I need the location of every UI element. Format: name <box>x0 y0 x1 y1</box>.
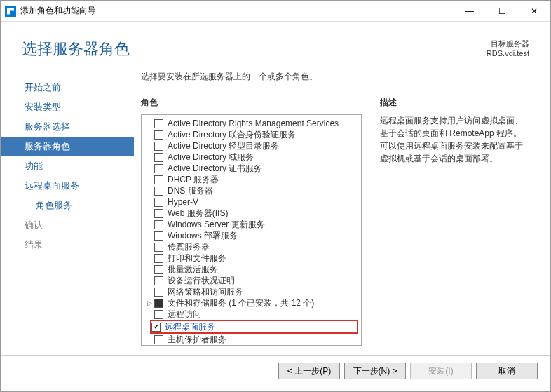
nav-item-2[interactable]: 服务器选择 <box>1 117 134 137</box>
role-checkbox[interactable] <box>154 310 163 319</box>
role-checkbox[interactable] <box>154 288 163 297</box>
role-checkbox[interactable] <box>154 130 163 140</box>
role-checkbox[interactable] <box>154 175 163 184</box>
role-row-1[interactable]: Active Directory 联合身份验证服务 <box>144 129 358 140</box>
role-row-10[interactable]: Windows 部署服务 <box>144 230 358 241</box>
role-label: Hyper-V <box>165 196 198 208</box>
role-checkbox[interactable] <box>154 119 163 128</box>
role-label: Web 服务器(IIS) <box>165 208 228 219</box>
role-label: Active Directory 证书服务 <box>165 163 262 174</box>
role-row-17[interactable]: 远程访问 <box>144 309 358 320</box>
nav-item-1[interactable]: 安装类型 <box>1 97 134 117</box>
role-checkbox[interactable] <box>154 299 163 308</box>
role-checkbox[interactable] <box>154 335 163 344</box>
cancel-button[interactable]: 取消 <box>476 363 538 379</box>
role-label: 打印和文件服务 <box>165 252 226 264</box>
nav-item-0[interactable]: 开始之前 <box>1 78 134 97</box>
expand-caret-icon[interactable]: ▷ <box>146 297 153 309</box>
role-checkbox[interactable] <box>154 276 163 285</box>
nav-item-3[interactable]: 服务器角色 <box>1 137 134 156</box>
role-row-8[interactable]: Web 服务器(IIS) <box>144 208 358 219</box>
footer: < 上一步(P) 下一步(N) > 安装(I) 取消 <box>1 355 550 386</box>
role-row-9[interactable]: Windows Server 更新服务 <box>144 219 358 230</box>
role-row-18[interactable]: 远程桌面服务 <box>150 320 358 334</box>
install-button[interactable]: 安装(I) <box>410 363 472 379</box>
window-title: 添加角色和功能向导 <box>20 5 454 17</box>
role-checkbox[interactable] <box>154 209 163 218</box>
close-button[interactable]: ✕ <box>518 1 550 22</box>
role-row-12[interactable]: 打印和文件服务 <box>144 252 358 264</box>
role-label: Active Directory 轻型目录服务 <box>165 140 279 151</box>
role-row-7[interactable]: Hyper-V <box>144 196 358 208</box>
next-button[interactable]: 下一步(N) > <box>344 363 406 379</box>
roles-column: 角色 Active Directory Rights Management Se… <box>141 97 362 346</box>
role-checkbox[interactable] <box>154 164 163 173</box>
role-checkbox[interactable] <box>154 220 163 229</box>
role-row-2[interactable]: Active Directory 轻型目录服务 <box>144 140 358 151</box>
role-label: 文件和存储服务 (1 个已安装，共 12 个) <box>165 297 314 309</box>
columns: 角色 Active Directory Rights Management Se… <box>141 97 536 346</box>
minimize-button[interactable]: — <box>454 1 486 22</box>
title-bar: 添加角色和功能向导 — ☐ ✕ <box>1 1 550 22</box>
role-checkbox[interactable] <box>154 243 163 252</box>
role-label: Active Directory Rights Management Servi… <box>165 118 339 129</box>
role-row-11[interactable]: 传真服务器 <box>144 241 358 252</box>
role-label: 远程桌面服务 <box>162 321 215 332</box>
role-checkbox[interactable] <box>154 198 163 207</box>
role-label: 网络策略和访问服务 <box>165 286 243 297</box>
role-label: 主机保护者服务 <box>165 334 226 345</box>
role-row-14[interactable]: 设备运行状况证明 <box>144 275 358 286</box>
target-info: 目标服务器 RDS.vdi.test <box>487 39 529 58</box>
description-column: 描述 远程桌面服务支持用户访问虚拟桌面、基于会话的桌面和 RemoteApp 程… <box>380 97 536 346</box>
nav-item-5[interactable]: 远程桌面服务 <box>1 176 134 196</box>
app-icon <box>5 6 16 17</box>
role-checkbox[interactable] <box>154 231 163 241</box>
nav-item-7: 确认 <box>1 215 134 235</box>
roles-listbox[interactable]: Active Directory Rights Management Servi… <box>141 114 362 346</box>
role-checkbox[interactable] <box>154 187 163 196</box>
role-label: Windows Server 更新服务 <box>165 219 265 230</box>
role-row-13[interactable]: 批量激活服务 <box>144 264 358 275</box>
role-label: Windows 部署服务 <box>165 230 238 241</box>
role-label: DHCP 服务器 <box>165 174 219 185</box>
role-row-16[interactable]: ▷文件和存储服务 (1 个已安装，共 12 个) <box>144 297 358 309</box>
role-label: 设备运行状况证明 <box>165 275 235 286</box>
role-checkbox[interactable] <box>154 254 163 263</box>
nav-item-4[interactable]: 功能 <box>1 156 134 176</box>
previous-button[interactable]: < 上一步(P) <box>278 363 340 379</box>
role-label: 远程访问 <box>165 309 201 320</box>
target-label: 目标服务器 <box>487 39 529 49</box>
content: 开始之前安装类型服务器选择服务器角色功能远程桌面服务角色服务确认结果 选择要安装… <box>1 64 550 355</box>
instruction-text: 选择要安装在所选服务器上的一个或多个角色。 <box>141 71 536 83</box>
role-label: Active Directory 域服务 <box>165 151 254 163</box>
roles-label: 角色 <box>141 97 362 109</box>
role-row-19[interactable]: 主机保护者服务 <box>144 334 358 345</box>
page-title: 选择服务器角色 <box>22 39 130 60</box>
role-checkbox[interactable] <box>154 265 163 274</box>
role-checkbox[interactable] <box>151 323 161 332</box>
role-row-6[interactable]: DNS 服务器 <box>144 185 358 196</box>
role-checkbox[interactable] <box>154 142 163 151</box>
nav-item-6[interactable]: 角色服务 <box>1 196 134 215</box>
nav-item-8: 结果 <box>1 235 134 255</box>
target-value: RDS.vdi.test <box>487 49 529 58</box>
nav-sidebar: 开始之前安装类型服务器选择服务器角色功能远程桌面服务角色服务确认结果 <box>1 71 134 355</box>
description-text: 远程桌面服务支持用户访问虚拟桌面、基于会话的桌面和 RemoteApp 程序。可… <box>380 114 529 165</box>
role-row-15[interactable]: 网络策略和访问服务 <box>144 286 358 297</box>
header: 选择服务器角色 目标服务器 RDS.vdi.test <box>1 22 550 64</box>
role-row-3[interactable]: Active Directory 域服务 <box>144 151 358 163</box>
maximize-button[interactable]: ☐ <box>486 1 518 22</box>
role-row-0[interactable]: Active Directory Rights Management Servi… <box>144 118 358 129</box>
role-row-4[interactable]: Active Directory 证书服务 <box>144 163 358 174</box>
role-label: 传真服务器 <box>165 241 210 252</box>
role-label: 批量激活服务 <box>165 264 218 275</box>
description-label: 描述 <box>380 97 529 109</box>
role-label: DNS 服务器 <box>165 185 213 196</box>
role-row-5[interactable]: DHCP 服务器 <box>144 174 358 185</box>
role-label: Active Directory 联合身份验证服务 <box>165 129 296 140</box>
role-checkbox[interactable] <box>154 153 163 162</box>
main-panel: 选择要安装在所选服务器上的一个或多个角色。 角色 Active Director… <box>134 71 550 355</box>
